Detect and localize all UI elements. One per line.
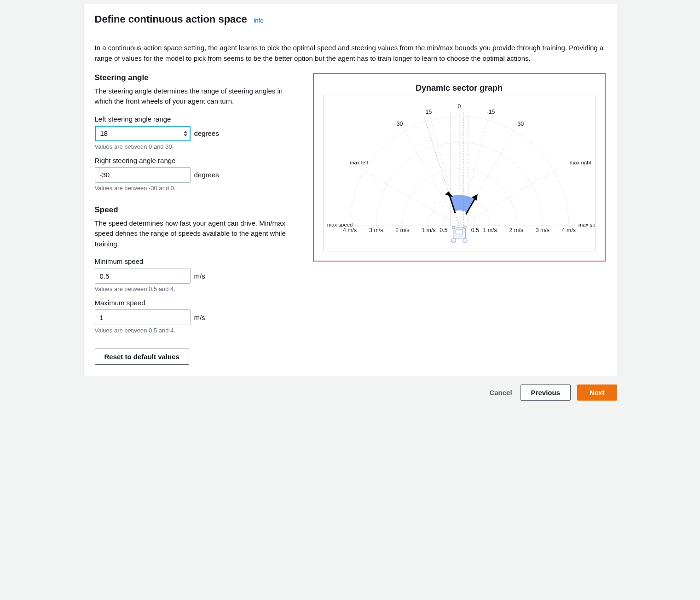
- tick-4-l: 4 m/s: [342, 227, 356, 233]
- maxleft-label: max left: [350, 159, 369, 165]
- right-steering-input[interactable]: [95, 167, 191, 183]
- reset-button[interactable]: Reset to default values: [95, 349, 189, 365]
- svg-point-22: [463, 226, 466, 229]
- speed-desc: The speed determines how fast your agent…: [95, 218, 302, 250]
- speed-heading: Speed: [95, 205, 302, 215]
- right-steering-unit: degrees: [194, 171, 219, 179]
- max-speed-label: Maximum speed: [95, 299, 302, 307]
- wizard-footer: Cancel Previous Next: [83, 384, 617, 401]
- angle-30: 30: [396, 121, 403, 127]
- svg-point-19: [451, 238, 456, 243]
- tick-3-l: 3 m/s: [369, 227, 383, 233]
- speed-section: Speed The speed determines how fast your…: [95, 205, 302, 365]
- max-speed-input[interactable]: [95, 309, 191, 325]
- previous-button[interactable]: Previous: [521, 384, 571, 401]
- svg-point-20: [463, 238, 467, 243]
- next-button[interactable]: Next: [577, 384, 617, 401]
- tick-1-r: 1 m/s: [483, 227, 497, 233]
- min-speed-hint: Values are between 0.5 and 4.: [95, 285, 302, 292]
- min-speed-unit: m/s: [194, 272, 205, 280]
- right-steering-label: Right steering angle range: [95, 157, 302, 164]
- angle--15: -15: [486, 108, 495, 115]
- chevron-down-icon[interactable]: [183, 134, 188, 137]
- intro-text: In a continuous action space setting, th…: [95, 42, 606, 64]
- left-steering-input[interactable]: [95, 126, 191, 141]
- steering-section: Steering angle The steering angle determ…: [95, 73, 302, 192]
- left-steering-hint: Values are between 0 and 30.: [95, 143, 302, 150]
- maxright-label: max right: [569, 159, 591, 165]
- left-steering-label: Left steering angle range: [95, 115, 302, 123]
- svg-point-21: [452, 226, 455, 229]
- info-link[interactable]: Info: [254, 17, 264, 24]
- sector-graph: 0.5 0.5 1 m/s 1 m/s 2 m/s 2 m/s 3 m/s 3 …: [323, 95, 596, 251]
- steering-heading: Steering angle: [95, 73, 302, 82]
- action-space-panel: Define continuous action space Info In a…: [83, 4, 617, 376]
- tick-3-r: 3 m/s: [535, 227, 549, 233]
- tick-1-l: 1 m/s: [422, 227, 435, 233]
- max-speed-hint: Values are between 0.5 and 4.: [95, 327, 302, 334]
- tick-0.5-l: 0.5: [440, 227, 447, 233]
- angle-15: 15: [425, 108, 432, 115]
- maxspeed-r-label: max speed: [578, 222, 595, 227]
- right-steering-hint: Values are between -30 and 0.: [95, 185, 302, 192]
- tick-0.5-r: 0.5: [471, 227, 479, 233]
- angle-0: 0: [457, 103, 461, 110]
- left-steering-unit: degrees: [194, 129, 219, 137]
- angle--30: -30: [515, 121, 524, 127]
- max-speed-unit: m/s: [194, 314, 205, 321]
- maxspeed-l-label: max speed: [327, 222, 353, 227]
- sector-graph-box: Dynamic sector graph: [313, 73, 606, 262]
- min-speed-input[interactable]: [95, 268, 191, 284]
- tick-2-r: 2 m/s: [509, 227, 523, 233]
- panel-title: Define continuous action space: [95, 13, 247, 25]
- car-icon: [451, 226, 467, 243]
- svg-rect-18: [456, 229, 463, 233]
- panel-header: Define continuous action space Info: [84, 4, 617, 33]
- left-steering-stepper[interactable]: [183, 130, 188, 137]
- cancel-button[interactable]: Cancel: [487, 386, 514, 399]
- graph-title: Dynamic sector graph: [314, 83, 605, 93]
- chevron-up-icon[interactable]: [183, 130, 188, 133]
- steering-desc: The steering angle determines the range …: [95, 86, 302, 107]
- tick-2-l: 2 m/s: [395, 227, 409, 233]
- min-speed-label: Minimum speed: [95, 257, 302, 265]
- tick-4-r: 4 m/s: [561, 227, 575, 233]
